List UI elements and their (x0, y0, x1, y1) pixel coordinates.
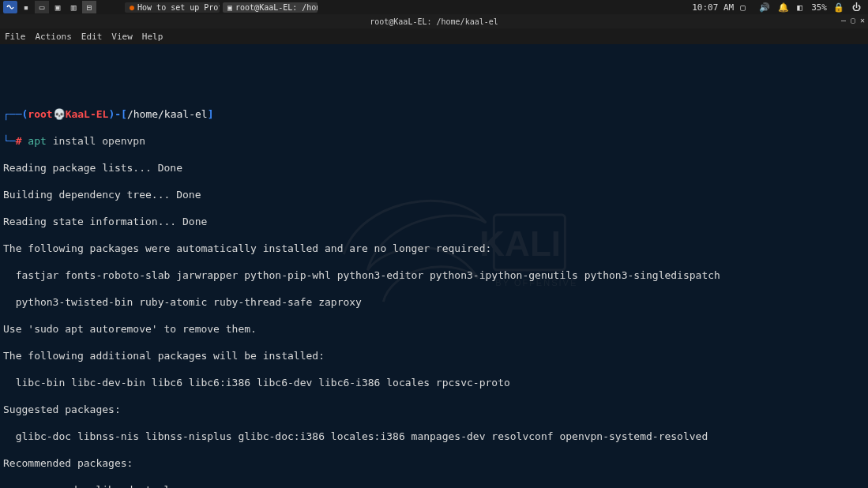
window-title: root@KaaL-EL: /home/kaal-el (370, 17, 498, 26)
output-line: manpages-dev libc-devtools easy-rsa (3, 483, 865, 488)
display-icon[interactable]: ▢ (740, 2, 753, 13)
menu-file[interactable]: File (5, 32, 26, 42)
output-line: The following additional packages will b… (3, 349, 865, 362)
close-icon[interactable]: ✕ (860, 16, 865, 24)
window-controls: — ▢ ✕ (841, 16, 865, 24)
output-line: Use 'sudo apt autoremove' to remove them… (3, 322, 865, 336)
taskbar-terminal-button[interactable]: ▣ root@KaaL-EL: /home/k… (223, 2, 318, 13)
output-line: fastjar fonts-roboto-slab jarwrapper pyt… (3, 268, 865, 282)
battery-icon[interactable]: ◧ (797, 2, 810, 13)
clock-label[interactable]: 10:07 AM (692, 2, 734, 13)
minimize-icon[interactable]: — (841, 16, 846, 24)
menu-edit[interactable]: Edit (81, 32, 103, 42)
panel-right: 10:07 AM ▢ 🔊 🔔 ◧ 35% 🔒 ⏻ (692, 2, 865, 13)
menu-view[interactable]: View (111, 32, 133, 42)
browser-launcher-icon[interactable]: ▥ (66, 1, 81, 13)
menu-help[interactable]: Help (142, 32, 163, 42)
output-line: Recommended packages: (3, 456, 865, 470)
output-line: Suggested packages: (3, 403, 865, 416)
taskbar-browser-button[interactable]: ● How to set up ProtonVP… (125, 2, 220, 13)
skull-icon: 💀 (53, 108, 66, 120)
output-line: Reading state information... Done (3, 215, 865, 228)
terminal-launcher-icon[interactable]: ▣ (51, 1, 65, 13)
lock-icon[interactable]: 🔒 (833, 2, 846, 13)
maximize-icon[interactable]: ▢ (851, 16, 855, 24)
volume-icon[interactable]: 🔊 (759, 2, 772, 13)
terminal-small-icon: ▣ (227, 3, 232, 12)
power-icon[interactable]: ⏻ (852, 2, 865, 13)
taskbar-browser-label: How to set up ProtonVP… (137, 3, 220, 12)
battery-label: 35% (811, 2, 827, 13)
top-panel: ▪ ▭ ▣ ▥ ⊟ ● How to set up ProtonVP… ▣ ro… (0, 0, 868, 14)
panel-left: ▪ ▭ ▣ ▥ ⊟ ● How to set up ProtonVP… ▣ ro… (3, 1, 318, 13)
app-menu-icon[interactable] (3, 1, 17, 13)
menubar: File Actions Edit View Help (0, 28, 868, 44)
show-desktop-icon[interactable]: ⊟ (82, 1, 96, 13)
menu-actions[interactable]: Actions (36, 32, 72, 42)
window-titlebar[interactable]: root@KaaL-EL: /home/kaal-el — ▢ ✕ (0, 14, 868, 28)
prompt-line-1: ┌──(root💀KaaL-EL)-[/home/kaal-el] (3, 107, 865, 121)
notification-icon[interactable]: 🔔 (778, 2, 791, 13)
workspace-1-icon[interactable]: ▪ (19, 1, 33, 13)
output-line: Building dependency tree... Done (3, 188, 865, 201)
output-line: libc-bin libc-dev-bin libc6 libc6:i386 l… (3, 376, 865, 389)
output-line: The following packages were automaticall… (3, 242, 865, 255)
file-manager-icon[interactable]: ▭ (35, 1, 49, 13)
output-line: glibc-doc libnss-nis libnss-nisplus glib… (3, 430, 865, 443)
prompt-line-2: └─# apt install openvpn (3, 134, 865, 148)
output-line: Reading package lists... Done (3, 161, 865, 175)
output-line: python3-twisted-bin ruby-atomic ruby-thr… (3, 295, 865, 309)
taskbar-terminal-label: root@KaaL-EL: /home/k… (235, 3, 318, 12)
firefox-icon: ● (130, 3, 134, 12)
terminal-body[interactable]: KALI BY OFFENSIVE SECURITY ┌──(root💀KaaL… (0, 44, 868, 488)
